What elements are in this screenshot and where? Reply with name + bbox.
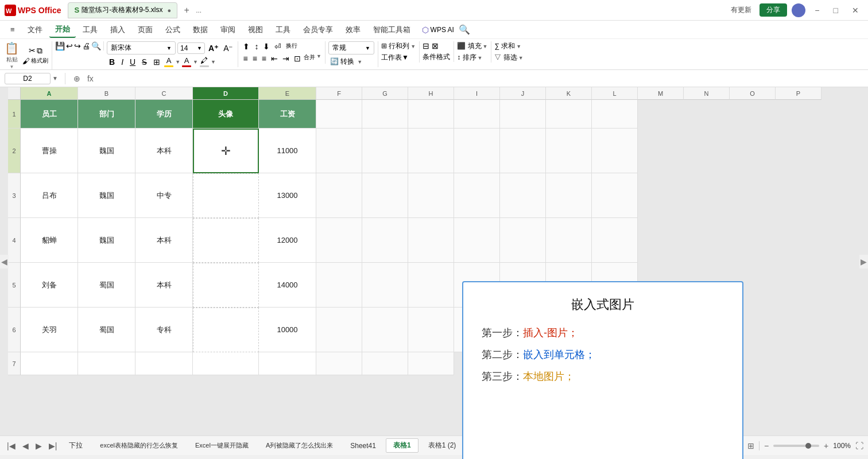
cell-B4[interactable]: 魏国 [78,218,135,263]
ribbon-home-tab[interactable]: 开始 [49,22,76,38]
indent-increase-button[interactable]: ⇥ [281,53,291,64]
zoom-in-button[interactable]: + [824,441,828,450]
font-size-selector[interactable]: 14 ▼ [177,42,205,54]
cell-ref-dropdown[interactable]: ▼ [52,75,58,81]
sheet-nav-first[interactable]: |◀ [5,440,18,452]
cell-K2[interactable] [546,129,592,173]
cell-H5[interactable] [408,263,454,308]
ribbon-page-tab[interactable]: 页面 [132,22,158,37]
cell-D7[interactable] [193,352,259,375]
ribbon-insert-tab[interactable]: 插入 [104,22,131,37]
filter-arrow[interactable]: ▼ [518,55,524,61]
sheet-tab-expand[interactable]: Excel一键展开隐藏 [188,439,256,452]
cut-button[interactable]: ✂ [29,46,36,56]
cell-H7[interactable] [408,352,454,375]
cell-reference-box[interactable]: D2 [5,73,51,84]
cell-F4[interactable] [316,218,362,263]
ribbon-member-tab[interactable]: 会员专享 [297,22,339,37]
cell-A2[interactable]: 曹操 [21,129,78,173]
align-center-button[interactable]: ≡ [251,53,259,64]
cell-E7[interactable] [259,352,316,375]
cell-F6[interactable] [316,308,362,352]
sheet-tab-table1-2[interactable]: 表格1 (2) [421,438,464,453]
cell-F5[interactable] [316,263,362,308]
cell-C4[interactable]: 本科 [135,218,193,263]
cell-L2[interactable] [592,129,638,173]
cell-K1[interactable] [546,100,592,129]
more-tabs-button[interactable]: ... [196,6,202,14]
sheet-nav-prev[interactable]: ◀ [20,440,31,452]
border-button[interactable]: ⊞ [151,57,162,67]
cell-B7[interactable] [78,352,135,375]
sum-arrow[interactable]: ▼ [516,44,521,49]
underline-button[interactable]: U [127,57,138,67]
cell-G1[interactable] [362,100,408,129]
filter-button[interactable]: ▽ 筛选 [494,53,517,63]
sheet-nav-last[interactable]: ▶| [46,440,60,452]
ribbon-menu-icon[interactable]: ≡ [5,23,21,36]
sort-button[interactable]: ↕ 排序 [457,53,476,63]
zoom-formula-icon[interactable]: ⊕ [72,73,82,84]
cell-C6[interactable]: 专科 [135,308,193,352]
cell-E6[interactable]: 10000 [259,308,316,352]
cell-D1[interactable]: 头像 [193,100,259,129]
maximize-button[interactable]: □ [829,5,843,16]
find-button[interactable]: 🔍 [91,41,101,50]
cell-J2[interactable] [500,129,546,173]
cell-H6[interactable] [408,308,454,352]
cell-B1[interactable]: 部门 [78,100,135,129]
font-name-selector[interactable]: 新宋体 ▼ [107,41,176,55]
cell-E3[interactable]: 13000 [259,173,316,218]
cell-I1[interactable] [454,100,500,129]
cell-C1[interactable]: 学历 [135,100,193,129]
merge-cells-button[interactable]: ⊡ [292,53,303,64]
table-view-button[interactable]: ⊟ [423,41,429,50]
cell-J1[interactable] [500,100,546,129]
cell-A4[interactable]: 貂蝉 [21,218,78,263]
cell-C7[interactable] [135,352,193,375]
cell-D2[interactable]: ✛ [193,129,259,173]
fill-color-button[interactable]: A [164,56,173,67]
ribbon-tool-tab[interactable]: 工具 [77,22,103,37]
ribbon-view-tab[interactable]: 视图 [242,22,269,37]
cell-B2[interactable]: 魏国 [78,129,135,173]
cell-D4[interactable] [193,218,259,263]
ribbon-data-tab[interactable]: 数据 [187,22,214,37]
minimize-button[interactable]: − [810,5,824,16]
cell-G5[interactable] [362,263,408,308]
convert-arrow[interactable]: ▼ [357,59,362,65]
print-button[interactable]: 🖨 [82,41,90,50]
cell-H1[interactable] [408,100,454,129]
ribbon-review-tab[interactable]: 审阅 [215,22,241,37]
cell-L1[interactable] [592,100,638,129]
copy-button[interactable]: ⧉ [37,46,42,56]
strikethrough-button[interactable]: S̶ [140,57,149,67]
bold-button[interactable]: B [107,57,117,67]
cell-B3[interactable]: 魏国 [78,173,135,218]
zoom-slider[interactable] [773,445,819,447]
sheet-tab-table1[interactable]: 表格1 [386,438,418,453]
file-tab-close[interactable]: ● [167,7,171,14]
fill-button[interactable]: ⬛ 填充 [457,41,481,51]
cell-A1[interactable]: 员工 [21,100,78,129]
cell-A5[interactable]: 刘备 [21,263,78,308]
ribbon-search-icon[interactable]: 🔍 [459,24,470,35]
cell-G6[interactable] [362,308,408,352]
zoom-out-button[interactable]: − [764,441,769,450]
undo-button[interactable]: ↩ [66,41,73,50]
layout-icon[interactable]: ⊞ [747,441,754,450]
align-left-button[interactable]: ≡ [241,53,249,64]
number-format-selector[interactable]: 常规 ▼ [328,41,374,55]
wps-ai-button[interactable]: ⬡ WPS AI [422,25,454,34]
cell-F2[interactable] [316,129,362,173]
cell-K3[interactable] [546,173,592,218]
font-color-button[interactable]: A [182,56,191,67]
cell-J3[interactable] [500,173,546,218]
user-avatar[interactable] [792,3,805,17]
indent-decrease-button[interactable]: ⇤ [269,53,280,64]
font-color-arrow[interactable]: ▼ [193,59,198,65]
cell-K4[interactable] [546,218,592,263]
cell-F3[interactable] [316,173,362,218]
ribbon-efficiency-tab[interactable]: 效率 [340,22,366,37]
save-button[interactable]: 💾 [55,41,65,50]
